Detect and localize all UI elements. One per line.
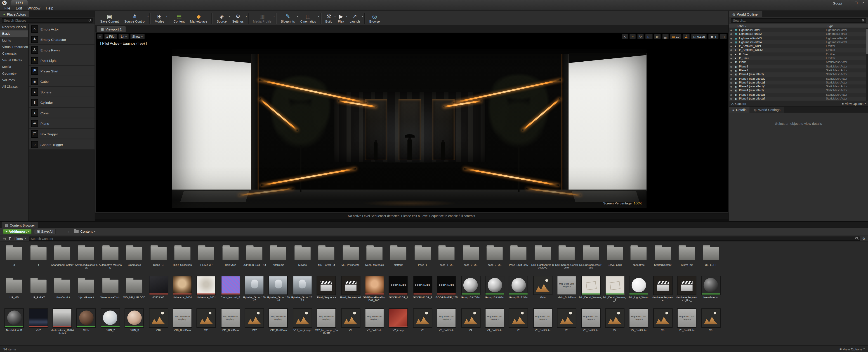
toolbar-button-marketplace[interactable]: ◆Marketplace (187, 12, 210, 24)
place-actors-tab[interactable]: + Place Actors (0, 11, 29, 17)
outliner-row-p-fire2[interactable]: ◉★P_Fire2Emitter (729, 57, 868, 61)
outliner-row-lightmassportal1[interactable]: ◉▦LightmassPortal1LightmassPortal (729, 28, 868, 32)
place-actor-plane[interactable]: ▰Plane (29, 118, 94, 129)
visibility-eye-icon[interactable]: ◉ (730, 69, 735, 73)
asset-tile-ue-right[interactable]: UE_RIGHT (26, 275, 50, 307)
viewport-control-surface-snap-icon[interactable]: ▂ (662, 34, 669, 39)
asset-tile-platform[interactable]: platform (386, 242, 410, 275)
outliner-row-lightmassportal2[interactable]: ◉▦LightmassPortal2LightmassPortal (729, 32, 868, 36)
asset-tile-v5[interactable]: V5 (506, 307, 530, 340)
outliner-row-plane4-rain-effect-4[interactable]: ◉◧Plane4 (rain effect)4StaticMeshActor (729, 84, 868, 89)
asset-tile-advancedglass-pack[interactable]: AdvancedGlass Pack (74, 242, 98, 275)
outliner-row-plane2[interactable]: ◉◧Plane2StaticMeshActor (729, 65, 868, 69)
asset-tile-newlevelsequence[interactable]: NewLevelSequence (651, 275, 675, 307)
outliner-row-plane4-rain-effect-2[interactable]: ◉◧Plane4 (rain effect)2StaticMeshActor (729, 76, 868, 80)
asset-tile-v8-builtdata[interactable]: Map Build Data RegistryV8_BuiltData (675, 307, 699, 340)
asset-tile-v11-builtdata[interactable]: Map Build Data RegistryV11_BuiltData (218, 307, 242, 340)
asset-tile-v7-builtdata[interactable]: Map Build Data RegistryV7_BuiltData (627, 307, 651, 340)
asset-tile-skin-3[interactable]: SKIN_3 (122, 307, 146, 340)
visibility-eye-icon[interactable]: ◉ (730, 84, 735, 89)
visibility-eye-icon[interactable]: ◉ (730, 40, 735, 44)
category-geometry[interactable]: Geometry (0, 70, 28, 77)
menu-help[interactable]: Help (43, 5, 56, 11)
toolbar-button-source-control[interactable]: ⋔Source Control▾ (122, 12, 148, 24)
visibility-eye-icon[interactable]: ◉ (730, 97, 735, 101)
asset-tile-neon-materials[interactable]: Neon_Materials (363, 242, 386, 275)
category-recently-placed[interactable]: Recently Placed (0, 24, 28, 30)
asset-tile-scifiscreen-constructor[interactable]: SciFiScreen Constructor (555, 242, 579, 275)
asset-tile-v12-for-image-builtdata[interactable]: Map Build Data RegistryV12_for_image_Bui… (314, 307, 338, 340)
toolbar-button-browse[interactable]: ◎Browse (366, 12, 382, 24)
content-browser-tab[interactable]: ▤ Content Browser (2, 222, 38, 227)
toolbar-button-media-profile[interactable]: ▥Media Profile▾ (250, 12, 274, 24)
viewport-menu-icon-button[interactable]: ≡ (97, 34, 103, 39)
visibility-eye-icon[interactable]: ◉ (730, 72, 735, 76)
asset-tile-group15947mat[interactable]: Group15947Mat (459, 275, 483, 307)
asset-tile-ephebe-group15948[interactable]: Ephebe_Group15948 (267, 275, 290, 307)
asset-tile-pose-3-ue[interactable]: pose_3_UE (483, 242, 506, 275)
place-actor-cone[interactable]: ▲Cone (29, 108, 94, 118)
visibility-eye-icon[interactable]: ◉ (730, 89, 735, 93)
forward-button[interactable]: → (65, 229, 70, 233)
outliner-row-p-ambient-dust2[interactable]: ◉★P_Ambient_Dust2Emitter (729, 48, 868, 52)
asset-tile-group15948mat[interactable]: Group15948Mat (483, 275, 506, 307)
asset-tile-v2-builtdata[interactable]: Map Build Data RegistryV2_BuiltData (363, 307, 386, 340)
category-volumes[interactable]: Volumes (0, 77, 28, 83)
visibility-eye-icon[interactable]: ◉ (730, 57, 735, 61)
visibility-eye-icon[interactable]: ◉ (730, 65, 735, 69)
asset-tile-v2-image[interactable]: V2_image (386, 307, 410, 340)
category-all-classes[interactable]: All Classes (0, 83, 28, 90)
asset-tile-newlevelsequence1-for[interactable]: NewLevelSequence1_For_ (675, 275, 699, 307)
asset-tile-diana-c[interactable]: Diana_C (146, 242, 170, 275)
asset-tile-newmaterial[interactable]: NewMaterial (699, 275, 723, 307)
asset-tile-pose-1-ue[interactable]: pose_1_UE (435, 242, 459, 275)
asset-tile-group26122mat[interactable]: Group26122Mat (506, 275, 530, 307)
asset-tile-v9[interactable]: V9 (699, 307, 723, 340)
viewport-control-rotate-icon[interactable]: ↻ (637, 34, 644, 39)
outliner-column-header[interactable]: Label▴ Type (729, 24, 868, 28)
asset-tile-blaireams-1004[interactable]: blaireams_1004 (170, 275, 194, 307)
maximize-button[interactable]: ▢ (852, 0, 860, 5)
outliner-row-plane4-rain-effect-5[interactable]: ◉◧Plane4 (rain effect)5StaticMeshActor (729, 89, 868, 93)
visibility-eye-icon[interactable]: ◉ (730, 76, 735, 80)
asset-tile-storm-kit[interactable]: Storm_Kit (675, 242, 699, 275)
category-basic[interactable]: Basic (0, 31, 28, 37)
asset-tile-serve-pack[interactable]: Serve_pack (602, 242, 627, 275)
asset-tile-holovfx2[interactable]: HoloVfx2 (218, 242, 242, 275)
asset-tile-s3-2[interactable]: s3-2 (26, 307, 50, 340)
viewport-control-scale-snap-icon[interactable]: ◲0.125 (691, 34, 707, 39)
place-actor-cube[interactable]: ■Cube (29, 76, 94, 87)
asset-tile-pose-2-ue[interactable]: pose_2_UE (459, 242, 483, 275)
visibility-eye-icon[interactable]: ◉ (730, 80, 735, 84)
tab-world-settings[interactable]: ◍ World Settings (750, 107, 784, 113)
toolbar-button-play[interactable]: ▶Play▾ (335, 12, 347, 24)
place-actor-empty-character[interactable]: ♟Empty Character (29, 34, 94, 45)
toolbar-button-source[interactable]: ◈Source▾ (214, 12, 229, 24)
asset-tile-main-builtdata[interactable]: Map Build Data RegistryMain_BuiltData (555, 275, 579, 307)
asset-tile-ephebe-group26123[interactable]: Ephebe_Group26123 (290, 275, 314, 307)
sources-toggle-icon[interactable]: ▤ (3, 237, 6, 240)
asset-tile-v10[interactable]: V10 (146, 307, 170, 340)
breadcrumb[interactable]: Content ▸ (72, 229, 97, 233)
place-actor-box-trigger[interactable]: ▢Box Trigger (29, 129, 94, 139)
asset-tile-newmaterial1[interactable]: NewMaterial1 (2, 307, 26, 340)
asset-tile-v3-builtdata[interactable]: Map Build Data RegistryV3_BuiltData (435, 307, 459, 340)
asset-tile-v8[interactable]: V8 (651, 307, 675, 340)
asset-tile-v12-for-image[interactable]: V12_for_image (290, 307, 314, 340)
category-lights[interactable]: Lights (0, 37, 28, 43)
visibility-eye-icon[interactable]: ◉ (730, 36, 735, 40)
asset-tile-cloth-normal-5[interactable]: Cloth_Normal_5 (218, 275, 242, 307)
viewport[interactable]: ≡▴PilotLit▾Show▾ ↖+↻◱◍▂▦10∠◲0.125▣4▢ [ P… (95, 32, 728, 213)
toolbar-button-content[interactable]: ▤Content (171, 12, 187, 24)
asset-tile-ml-decal-warning-2[interactable]: ML_Decal_Warning_2 (602, 275, 627, 307)
asset-tile-speedtree[interactable]: speedtree (627, 242, 651, 275)
asset-tile-startercontent[interactable]: StarterContent (651, 242, 675, 275)
viewport-scene[interactable]: Screen Percentage:100% (172, 49, 647, 208)
toolbar-button-settings[interactable]: ⚙Settings▾ (229, 12, 246, 24)
toolbar-button-blueprints[interactable]: ✎Blueprints▾ (278, 12, 298, 24)
asset-tile-skin[interactable]: SKIN (74, 307, 98, 340)
outliner-row-plane[interactable]: ◉◧PlaneStaticMeshActor (729, 61, 868, 65)
place-actor-sphere-trigger[interactable]: ◌Sphere Trigger (29, 139, 94, 150)
outliner-view-options[interactable]: View Options (845, 102, 864, 105)
tab-details[interactable]: ≡ Details (729, 107, 750, 113)
